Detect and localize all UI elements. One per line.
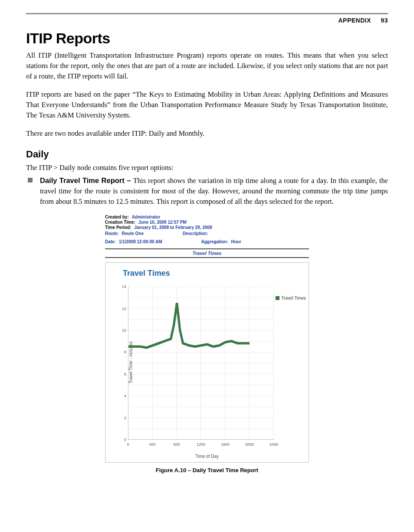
meta-label-time-period: Time Period: <box>105 225 131 230</box>
meta-label-aggregation: Aggregation: <box>201 239 228 244</box>
report-section-title: Travel Times <box>105 248 309 258</box>
section-heading-daily: Daily <box>26 149 388 160</box>
chart-y-tick: 10 <box>120 328 126 333</box>
page: APPENDIX 93 ITIP Reports All ITIP (Intel… <box>0 0 414 491</box>
figure-caption: Figure A.10 – Daily Travel Time Report <box>26 467 388 473</box>
chart-legend: Travel Times <box>276 296 306 300</box>
chart-x-tick: 0 <box>127 442 129 447</box>
chart-plot-area <box>128 287 274 440</box>
chart-y-tick: 6 <box>120 372 126 376</box>
chart-series-line <box>128 303 250 348</box>
meta-value-creation-time: June 10, 2009 12:57 PM <box>138 220 187 225</box>
chart-y-tick: 14 <box>120 284 126 289</box>
meta-value-time-period: January 01, 2008 to February 29, 2008 <box>134 225 212 230</box>
chart-x-axis-label: Time of Day <box>105 454 309 459</box>
running-header: APPENDIX 93 <box>26 17 388 24</box>
legend-label: Travel Times <box>281 296 306 300</box>
meta-value-date: 1/1/2008 12:00:00 AM <box>119 239 162 244</box>
meta-value-created-by: Administrator <box>132 215 161 219</box>
chart-y-tick: 8 <box>120 350 126 354</box>
meta-value-aggregation: Hour <box>231 239 241 244</box>
embedded-report: Created by: Administrator Creation Time:… <box>105 215 309 463</box>
chart-x-tick: 400 <box>149 442 155 447</box>
top-rule <box>26 13 388 14</box>
header-page-number: 93 <box>381 17 388 24</box>
chart-x-tick: 1200 <box>197 442 205 447</box>
report-metadata: Created by: Administrator Creation Time:… <box>105 215 309 244</box>
chart-x-tick: 2000 <box>245 442 254 447</box>
paragraph-3: There are two nodes available under ITIP… <box>26 128 388 139</box>
paragraph-1: All ITIP (Intelligent Transportation Inf… <box>26 50 388 82</box>
paragraph-2: ITIP reports are based on the paper “The… <box>26 89 388 121</box>
chart-y-tick: 4 <box>120 394 126 398</box>
legend-swatch <box>276 296 279 300</box>
meta-label-description: Description: <box>183 231 208 236</box>
chart-container: Travel Times Travel Times Travel TIme - … <box>105 262 309 463</box>
chart-y-tick: 2 <box>120 416 126 420</box>
meta-label-creation-time: Creation Time: <box>105 220 135 225</box>
meta-value-route: Route One <box>122 231 144 236</box>
page-title: ITIP Reports <box>26 30 388 47</box>
header-section: APPENDIX <box>338 17 371 24</box>
chart-x-tick: 1600 <box>221 442 230 447</box>
chart-x-tick: 800 <box>173 442 180 447</box>
chart-x-tick: 2400 <box>269 442 278 447</box>
bullet-item: Daily Travel Time Report – This report s… <box>26 176 388 207</box>
bullet-list: Daily Travel Time Report – This report s… <box>26 176 388 207</box>
chart-title: Travel Times <box>123 269 304 278</box>
meta-label-date: Date: <box>105 239 116 244</box>
paragraph-4: The ITIP > Daily node contains five repo… <box>26 163 388 173</box>
bullet-lead: Daily Travel Time Report – <box>40 176 133 184</box>
meta-label-route: Route: <box>105 231 119 236</box>
chart-line-svg <box>128 287 274 439</box>
chart-y-tick: 0 <box>120 437 126 442</box>
chart-y-tick: 12 <box>120 307 126 311</box>
meta-label-created-by: Created by: <box>105 215 129 219</box>
